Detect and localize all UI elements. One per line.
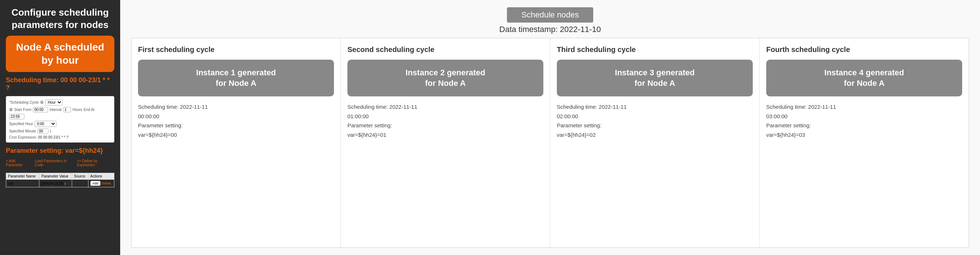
- cron-expr-label: Cron Expression:: [9, 135, 37, 139]
- cycle-column-3: Third scheduling cycleInstance 3 generat…: [550, 38, 760, 247]
- param-value-cell: ${hh24-1}(24) ℹ: [39, 180, 72, 187]
- col-param-name: Parameter Name: [6, 173, 39, 180]
- schedule-nodes-button[interactable]: Schedule nodes: [507, 7, 593, 22]
- add-param-link[interactable]: + Add Parameter: [6, 159, 32, 167]
- col-source: Source: [72, 173, 89, 180]
- add-button[interactable]: Add: [90, 181, 100, 186]
- info-icon: ℹ: [50, 129, 51, 133]
- cycle-details-3: Scheduling time: 2022-11-11 02:00:00 Par…: [557, 102, 753, 139]
- param-name-cell: var: [6, 180, 39, 187]
- cycle-title-4: Fourth scheduling cycle: [766, 46, 962, 54]
- load-file-link[interactable]: Load Parameters in Code: [35, 159, 74, 167]
- param-source-cell: [72, 180, 89, 187]
- instance-box-2: Instance 2 generated for Node A: [347, 60, 543, 97]
- radio-start: ⦿: [9, 108, 13, 112]
- param-actions-row: + Add Parameter Load Parameters in Code …: [6, 159, 115, 167]
- hours-label: Hours: [72, 108, 82, 112]
- param-table: Parameter Name Parameter Value Source Ac…: [6, 173, 115, 187]
- radio-icon: ⦿: [40, 100, 44, 105]
- scheduling-time-label: Scheduling time: 00 00 00-23/1 * * ?: [6, 76, 115, 92]
- cycle-title-2: Second scheduling cycle: [347, 46, 543, 54]
- instance-box-4: Instance 4 generated for Node A: [766, 60, 962, 97]
- col-param-value: Parameter Value: [39, 173, 72, 180]
- config-form-box: *Scheduling Cycle ⦿ Hour ⦿ Start From In…: [6, 96, 115, 143]
- cycle-column-4: Fourth scheduling cycleInstance 4 genera…: [760, 38, 969, 247]
- left-panel: Configure scheduling parameters for node…: [0, 0, 120, 255]
- scheduling-cycle-select[interactable]: Hour: [45, 99, 63, 106]
- cycle-column-2: Second scheduling cycleInstance 2 genera…: [341, 38, 550, 247]
- right-header: Schedule nodes Data timestamp: 2022-11-1…: [131, 7, 969, 34]
- interval-label: Interval: [49, 108, 62, 112]
- delete-button[interactable]: Delete: [102, 182, 111, 185]
- start-from-label: Start From: [14, 108, 31, 112]
- cron-expr-value: 00 00 00-23/1 * * ?: [38, 135, 68, 139]
- cycle-column-1: First scheduling cycleInstance 1 generat…: [132, 38, 341, 247]
- interval-input[interactable]: [63, 107, 71, 112]
- define-by-expr-link[interactable]: >> Define by Expression: [77, 159, 115, 167]
- instance-box-3: Instance 3 generated for Node A: [557, 60, 753, 97]
- cycle-title-1: First scheduling cycle: [138, 46, 334, 54]
- specified-minute-input[interactable]: [38, 128, 48, 134]
- specified-hour-select[interactable]: 0:00: [35, 121, 56, 127]
- data-timestamp: Data timestamp: 2022-11-10: [499, 25, 601, 34]
- end-at-label: End At: [84, 108, 94, 112]
- info-small-icon: ℹ: [64, 182, 65, 185]
- specified-hour-label: Specified Hour: [9, 122, 33, 126]
- cycle-title-3: Third scheduling cycle: [557, 46, 753, 54]
- start-from-input[interactable]: [33, 107, 48, 112]
- cycle-details-4: Scheduling time: 2022-11-11 03:00:00 Par…: [766, 102, 962, 139]
- end-at-input[interactable]: [9, 114, 24, 119]
- col-actions: Actions: [88, 173, 114, 180]
- cycle-details-2: Scheduling time: 2022-11-11 01:00:00 Par…: [347, 102, 543, 139]
- node-button[interactable]: Node A scheduled by hour: [6, 36, 115, 72]
- table-row: var ${hh24-1}(24) ℹ Add Delete: [6, 180, 115, 187]
- instance-box-1: Instance 1 generated for Node A: [138, 60, 334, 97]
- specified-minute-label: Specified Minute: [9, 129, 36, 133]
- cycle-details-1: Scheduling time: 2022-11-11 00:00:00 Par…: [138, 102, 334, 139]
- parameter-setting-label: Parameter setting: var=${hh24}: [6, 147, 115, 155]
- left-panel-title: Configure scheduling parameters for node…: [6, 6, 115, 31]
- right-panel: Schedule nodes Data timestamp: 2022-11-1…: [120, 0, 980, 255]
- param-actions-cell: Add Delete: [88, 180, 114, 187]
- scheduling-cycle-label: *Scheduling Cycle: [9, 100, 38, 105]
- cycles-container: First scheduling cycleInstance 1 generat…: [131, 38, 969, 248]
